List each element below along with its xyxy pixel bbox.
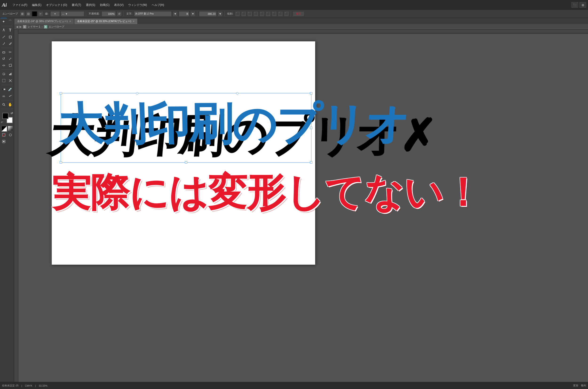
- handle-mr[interactable]: [310, 127, 312, 129]
- opt-stroke-select[interactable]: — ▼: [61, 11, 84, 16]
- artboard[interactable]: 大判印刷のプリオ✗ 大判印刷のプリオ 実際には変形してない！: [52, 41, 315, 265]
- anchor-icon[interactable]: ⬛: [284, 11, 289, 16]
- tool-scissors[interactable]: ✂: [7, 49, 14, 56]
- swap-colors-icon[interactable]: ⇄: [11, 111, 13, 115]
- opt-grid2-icon[interactable]: ⊟: [26, 11, 31, 16]
- tool-rect[interactable]: [7, 33, 14, 40]
- tool-free-transform[interactable]: [7, 62, 14, 69]
- bc-back[interactable]: ◀: [16, 25, 18, 29]
- tool-pen[interactable]: [0, 27, 7, 33]
- tool-color-mode-color[interactable]: [0, 125, 7, 132]
- tool-pencil[interactable]: [7, 40, 14, 47]
- bc-forward[interactable]: ▶: [20, 25, 22, 29]
- tab-2-close[interactable]: ✕: [133, 20, 135, 23]
- tool-gradient[interactable]: [0, 86, 7, 93]
- opt-grid-icon[interactable]: ⊞: [20, 11, 25, 16]
- svg-rect-26: [3, 141, 4, 142]
- ruler-left: [14, 30, 18, 382]
- bottom-text-container: 実際には変形してない！: [52, 173, 311, 212]
- tool-line[interactable]: [0, 33, 7, 40]
- opt-stroke-color[interactable]: ▼: [50, 11, 60, 16]
- align-bottom-icon[interactable]: ⬛: [259, 11, 265, 16]
- opt-fill-color[interactable]: [32, 11, 37, 16]
- transform-icon[interactable]: 変形: [293, 11, 304, 16]
- align-center-icon[interactable]: ⬛: [241, 11, 246, 16]
- size-dropdown-icon[interactable]: ▼: [218, 11, 223, 16]
- reset-colors-icon[interactable]: ↩: [1, 121, 3, 124]
- tool-type[interactable]: T: [7, 27, 14, 33]
- menu-type[interactable]: 書式(T): [69, 2, 83, 8]
- menu-object[interactable]: オブジェクト(O): [44, 2, 69, 8]
- distribute-v-icon[interactable]: ⬛: [272, 11, 277, 16]
- handle-ml[interactable]: [60, 127, 62, 129]
- menu-view[interactable]: 表示(V): [112, 2, 126, 8]
- main-text-black-layer: 大判印刷のプリオ✗: [46, 114, 436, 158]
- menu-window[interactable]: ウィンドウ(W): [126, 2, 149, 8]
- tool-hand[interactable]: ✋: [7, 101, 14, 108]
- menu-select[interactable]: 選択(S): [83, 2, 98, 8]
- align-top-icon[interactable]: ⬛: [253, 11, 258, 16]
- tool-sep-4: [1, 85, 13, 85]
- handle-bl[interactable]: [60, 161, 62, 163]
- menu-bar: Ai ファイル(F) 編集(E) オブジェクト(O) 書式(T) 選択(S) 効…: [0, 0, 588, 10]
- font-dropdown-icon[interactable]: ▼: [173, 11, 178, 16]
- svg-rect-4: [9, 36, 11, 38]
- handle-tc1[interactable]: [136, 92, 138, 95]
- tool-screen-mode[interactable]: [0, 138, 7, 145]
- distribute-h-icon[interactable]: ⬛: [266, 11, 271, 16]
- tool-slice[interactable]: [7, 77, 14, 84]
- opt-stroke-icon[interactable]: ✏: [38, 11, 43, 16]
- menu-file[interactable]: ファイル(F): [10, 2, 30, 8]
- main-text-container: 大判印刷のプリオ✗ 大判印刷のプリオ: [56, 95, 315, 170]
- menu-effect[interactable]: 効果(C): [98, 2, 112, 8]
- menu-help[interactable]: ヘルプ(H): [149, 2, 167, 8]
- tool-magic-wand[interactable]: ✦: [0, 18, 7, 25]
- font-select[interactable]: [134, 11, 172, 16]
- tab-1[interactable]: 名称未設定-24* @ 38% (CMYK/プレビュー) ✕: [14, 18, 74, 24]
- tool-lasso[interactable]: ⌒: [7, 18, 14, 25]
- handle-tc2[interactable]: [236, 92, 239, 95]
- tool-artboard[interactable]: [0, 77, 7, 84]
- align-left-icon[interactable]: ⬛: [235, 11, 240, 16]
- tool-scale[interactable]: ⤢: [7, 56, 14, 62]
- font-label: 文字:: [125, 12, 133, 16]
- menu-icon-2[interactable]: ⊞: [580, 2, 586, 8]
- opacity-input[interactable]: [102, 11, 116, 16]
- tool-color-mode-gradient[interactable]: [7, 125, 14, 132]
- tool-none[interactable]: [0, 132, 7, 138]
- fg-color-swatch[interactable]: [2, 113, 8, 119]
- bc-layer1[interactable]: レイヤー 1: [28, 25, 40, 29]
- tool-graph[interactable]: [7, 71, 14, 77]
- tool-eyedropper[interactable]: 💉: [7, 86, 14, 93]
- handle-tr[interactable]: [310, 92, 312, 95]
- align-right-icon[interactable]: ⬛: [247, 11, 252, 16]
- svg-line-23: [2, 133, 5, 136]
- toolbox: ✦ ⌒ T ✂ ↺ ⤢: [0, 10, 14, 382]
- tool-drawing-mode[interactable]: [7, 132, 14, 138]
- menu-icon-1[interactable]: ⬛: [572, 2, 578, 8]
- mode-label: エンベロープ: [1, 12, 19, 16]
- tool-sep-3: [1, 69, 13, 70]
- status-right: 変形 整列: [573, 384, 586, 387]
- tool-rotate[interactable]: ↺: [0, 56, 7, 62]
- tool-symbol-spray[interactable]: ★: [0, 71, 7, 77]
- handle-tl[interactable]: [60, 92, 62, 95]
- tool-warp[interactable]: [0, 62, 7, 69]
- handle-bc[interactable]: [185, 161, 187, 163]
- tool-paintbrush[interactable]: [0, 40, 7, 47]
- bc-envelope[interactable]: エンベロープ: [49, 25, 64, 29]
- tool-measure[interactable]: [7, 93, 14, 99]
- tool-eraser[interactable]: [0, 49, 7, 56]
- tool-blend[interactable]: ∞: [0, 93, 7, 99]
- weight-dropdown-icon[interactable]: ▼: [190, 11, 195, 16]
- distribute2-icon[interactable]: ⬛: [278, 11, 283, 16]
- font-weight-input[interactable]: [179, 11, 189, 16]
- main-text-blue-layer: 大判印刷のプリオ: [57, 102, 411, 146]
- opt-refresh-icon[interactable]: ↺: [117, 11, 122, 16]
- tab-2[interactable]: 名称未設定-25* @ 33.33% (CMYK/プレビュー) ✕: [74, 18, 138, 24]
- tab-1-close[interactable]: ✕: [69, 20, 71, 23]
- tool-zoom[interactable]: [0, 101, 7, 108]
- menu-edit[interactable]: 編集(E): [30, 2, 44, 8]
- handle-br[interactable]: [310, 161, 312, 163]
- font-size-input[interactable]: [199, 11, 217, 16]
